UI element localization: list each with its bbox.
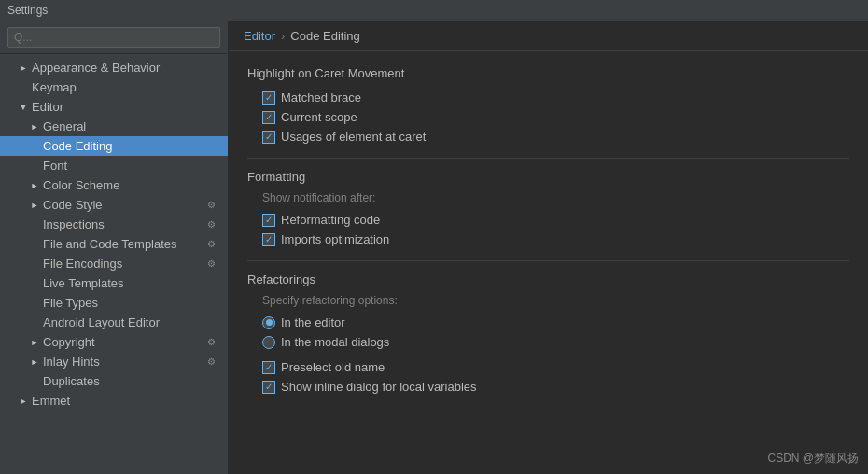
- extra-label-refactorings-0: Preselect old name: [281, 360, 385, 374]
- tree-arrow-editor: [19, 103, 28, 112]
- sidebar-label-file-types: File Types: [43, 296, 98, 310]
- section-sublabel-refactorings: Specify refactoring options:: [247, 294, 849, 307]
- sidebar-item-general[interactable]: General: [0, 117, 228, 136]
- sidebar-item-android-layout-editor[interactable]: Android Layout Editor: [0, 313, 228, 332]
- sidebar: Appearance & BehaviorKeymapEditorGeneral…: [0, 21, 229, 474]
- radio-refactorings-1[interactable]: [262, 336, 275, 349]
- tree-arrow-copyright: [30, 338, 39, 347]
- sidebar-label-file-encodings: File Encodings: [43, 257, 122, 271]
- option-row-refactorings-0[interactable]: In the editor: [247, 313, 849, 332]
- watermark: CSDN @梦随风扬: [767, 451, 859, 467]
- option-label-highlight-1: Current scope: [281, 110, 357, 124]
- sidebar-item-inspections[interactable]: Inspections⚙: [0, 215, 228, 234]
- breadcrumb-parent: Editor: [244, 29, 275, 43]
- settings-icon-file-code-templates: ⚙: [207, 239, 220, 249]
- section-header-refactorings: Refactorings: [247, 272, 849, 286]
- content-panel: Editor › Code Editing Highlight on Caret…: [229, 21, 868, 474]
- checkbox-formatting-1[interactable]: [262, 233, 275, 246]
- option-label-highlight-0: Matched brace: [281, 91, 361, 105]
- section-divider-formatting: [247, 158, 849, 159]
- settings-icon-inspections: ⚙: [207, 219, 220, 230]
- sidebar-label-inspections: Inspections: [43, 217, 105, 231]
- checkbox-formatting-0[interactable]: [262, 214, 275, 227]
- breadcrumb: Editor › Code Editing: [229, 21, 868, 51]
- option-row-highlight-1[interactable]: Current scope: [247, 107, 849, 127]
- checkbox-highlight-2[interactable]: [262, 131, 275, 144]
- sidebar-label-inlay-hints: Inlay Hints: [43, 355, 100, 369]
- sidebar-label-appearance: Appearance & Behavior: [32, 61, 160, 75]
- sidebar-label-android-layout-editor: Android Layout Editor: [43, 315, 160, 329]
- settings-icon-code-style: ⚙: [207, 200, 220, 210]
- option-row-highlight-0[interactable]: Matched brace: [247, 88, 849, 107]
- sidebar-label-color-scheme: Color Scheme: [43, 178, 119, 192]
- sidebar-item-font[interactable]: Font: [0, 156, 228, 175]
- sidebar-item-code-editing[interactable]: Code Editing: [0, 136, 228, 156]
- section-sublabel-formatting: Show notification after:: [247, 191, 849, 204]
- radio-refactorings-0[interactable]: [262, 316, 275, 329]
- extra-checkbox-refactorings-1[interactable]: [262, 381, 275, 394]
- option-row-highlight-2[interactable]: Usages of element at caret: [247, 127, 849, 146]
- extra-label-refactorings-1: Show inline dialog for local variables: [281, 380, 477, 394]
- sidebar-item-emmet[interactable]: Emmet: [0, 391, 228, 411]
- sidebar-label-code-editing: Code Editing: [43, 139, 112, 153]
- title-bar: Settings: [0, 0, 868, 21]
- sidebar-label-general: General: [43, 119, 86, 133]
- sidebar-item-keymap[interactable]: Keymap: [0, 77, 228, 97]
- sidebar-label-code-style: Code Style: [43, 198, 103, 212]
- sidebar-item-file-types[interactable]: File Types: [0, 293, 228, 313]
- extra-checkbox-refactorings-0[interactable]: [262, 361, 275, 374]
- section-divider-refactorings: [247, 260, 849, 261]
- sidebar-item-copyright[interactable]: Copyright⚙: [0, 332, 228, 352]
- section-header-highlight: Highlight on Caret Movement: [247, 66, 849, 80]
- breadcrumb-current: Code Editing: [290, 29, 359, 43]
- sidebar-label-file-code-templates: File and Code Templates: [43, 237, 177, 251]
- breadcrumb-separator: ›: [281, 29, 285, 43]
- main-container: Appearance & BehaviorKeymapEditorGeneral…: [0, 21, 868, 474]
- sidebar-item-code-style[interactable]: Code Style⚙: [0, 195, 228, 215]
- settings-icon-file-encodings: ⚙: [207, 258, 220, 269]
- extra-row-refactorings-0[interactable]: Preselect old name: [247, 357, 849, 377]
- sidebar-label-copyright: Copyright: [43, 335, 95, 349]
- sidebar-item-file-code-templates[interactable]: File and Code Templates⚙: [0, 234, 228, 254]
- sidebar-label-keymap: Keymap: [32, 80, 77, 94]
- tree-arrow-general: [30, 122, 39, 132]
- option-row-refactorings-1[interactable]: In the modal dialogs: [247, 332, 849, 352]
- option-label-highlight-2: Usages of element at caret: [281, 130, 426, 144]
- tree-arrow-code-style: [30, 201, 39, 210]
- settings-icon-copyright: ⚙: [207, 337, 220, 347]
- extra-row-refactorings-1[interactable]: Show inline dialog for local variables: [247, 377, 849, 397]
- tree-arrow-color-scheme: [30, 181, 39, 190]
- option-label-formatting-1: Imports optimization: [281, 232, 389, 246]
- tree-arrow-appearance: [19, 63, 28, 73]
- sidebar-label-live-templates: Live Templates: [43, 276, 123, 290]
- section-header-formatting: Formatting: [247, 170, 849, 184]
- tree-arrow-inlay-hints: [30, 357, 39, 367]
- option-label-refactorings-1: In the modal dialogs: [281, 335, 389, 349]
- sidebar-item-file-encodings[interactable]: File Encodings⚙: [0, 254, 228, 273]
- option-row-formatting-0[interactable]: Reformatting code: [247, 210, 849, 230]
- sidebar-item-live-templates[interactable]: Live Templates: [0, 273, 228, 293]
- option-label-formatting-0: Reformatting code: [281, 213, 380, 227]
- sidebar-label-duplicates: Duplicates: [43, 374, 100, 388]
- sidebar-label-editor: Editor: [32, 100, 63, 114]
- search-input[interactable]: [7, 27, 220, 48]
- sidebar-item-color-scheme[interactable]: Color Scheme: [0, 175, 228, 195]
- content-body: Highlight on Caret MovementMatched brace…: [229, 51, 868, 474]
- sidebar-item-inlay-hints[interactable]: Inlay Hints⚙: [0, 352, 228, 371]
- search-box[interactable]: [0, 21, 228, 54]
- sidebar-item-appearance[interactable]: Appearance & Behavior: [0, 58, 228, 77]
- sidebar-label-emmet: Emmet: [32, 394, 70, 408]
- tree-arrow-emmet: [19, 397, 28, 406]
- title-label: Settings: [7, 4, 48, 17]
- checkbox-highlight-1[interactable]: [262, 111, 275, 124]
- sidebar-tree: Appearance & BehaviorKeymapEditorGeneral…: [0, 54, 228, 474]
- sidebar-item-editor[interactable]: Editor: [0, 97, 228, 117]
- sidebar-label-font: Font: [43, 159, 67, 173]
- settings-icon-inlay-hints: ⚙: [207, 356, 220, 367]
- option-label-refactorings-0: In the editor: [281, 315, 345, 329]
- sidebar-item-duplicates[interactable]: Duplicates: [0, 371, 228, 391]
- checkbox-highlight-0[interactable]: [262, 91, 275, 105]
- option-row-formatting-1[interactable]: Imports optimization: [247, 230, 849, 249]
